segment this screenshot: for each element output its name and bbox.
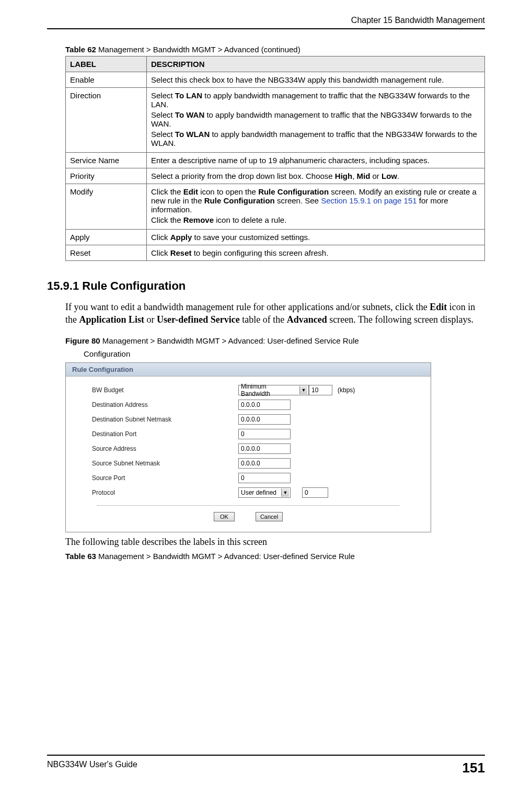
row-desc: Click Reset to begin configuring this sc… <box>147 245 485 261</box>
panel-buttons: OK Cancel <box>66 510 431 525</box>
text: Select <box>151 110 175 119</box>
dest-address-input[interactable] <box>238 400 291 410</box>
row-label: Reset <box>66 245 147 261</box>
text: If you want to edit a bandwidth manageme… <box>65 302 430 312</box>
text: icon to delete a rule. <box>214 215 286 224</box>
row-label: Priority <box>66 168 147 184</box>
row-label: Modify <box>66 184 147 230</box>
section-heading: 15.9.1 Rule Configuration <box>47 279 485 293</box>
bw-budget-label: BW Budget <box>92 386 238 394</box>
panel-title: Rule Configuration <box>66 363 431 377</box>
row-desc: Select To LAN to apply bandwidth managem… <box>147 88 485 153</box>
table63-text: Management > Bandwidth MGMT > Advanced: … <box>96 552 355 561</box>
row-src-address: Source Address <box>66 441 431 456</box>
ok-button[interactable]: OK <box>214 512 235 521</box>
page-number: 151 <box>462 760 485 776</box>
panel-divider <box>97 505 399 506</box>
rule-configuration-panel: Rule Configuration BW Budget Minimum Ban… <box>65 362 431 532</box>
text: or <box>144 314 157 325</box>
text: Click <box>151 248 170 257</box>
protocol-label: Protocol <box>92 489 238 496</box>
text-bold: Remove <box>183 215 214 224</box>
dest-address-label: Destination Address <box>92 401 238 408</box>
row-label: Direction <box>66 88 147 153</box>
table63-caption: Table 63 Management > Bandwidth MGMT > A… <box>65 551 485 562</box>
text: screen. See <box>275 196 321 205</box>
row-dest-mask: Destination Subnet Netmask <box>66 412 431 427</box>
text: screen. The following screen displays. <box>327 314 473 325</box>
after-figure-text: The following table describes the labels… <box>65 536 485 548</box>
table62-caption: Table 62 Management > Bandwidth MGMT > A… <box>65 45 485 54</box>
row-protocol: Protocol User defined ▼ <box>66 485 431 500</box>
table63-num: Table 63 <box>65 552 96 561</box>
cross-ref-link[interactable]: Section 15.9.1 on page 151 <box>321 196 417 205</box>
row-desc: Click Apply to save your customized sett… <box>147 230 485 245</box>
table-row: Service Name Enter a descriptive name of… <box>66 153 485 168</box>
bw-budget-input[interactable] <box>309 385 332 395</box>
text: table of the <box>240 314 287 325</box>
dest-port-input[interactable] <box>238 429 291 439</box>
text-bold: Mid <box>357 172 371 180</box>
text: to save your customized settings. <box>192 233 310 242</box>
table62-caption-num: Table 62 <box>65 45 96 54</box>
row-label: Enable <box>66 72 147 88</box>
cancel-button[interactable]: Cancel <box>256 512 283 521</box>
text-bold: To LAN <box>175 91 202 100</box>
chevron-down-icon: ▼ <box>299 386 307 394</box>
row-label: Apply <box>66 230 147 245</box>
text-bold: High <box>335 172 352 180</box>
table-row: Enable Select this check box to have the… <box>66 72 485 88</box>
src-mask-label: Source Subnet Netmask <box>92 460 238 467</box>
text: Click the <box>151 215 183 224</box>
text: Select <box>151 91 175 100</box>
row-desc: Enter a descriptive name of up to 19 alp… <box>147 153 485 168</box>
row-desc: Click the Edit icon to open the Rule Con… <box>147 184 485 230</box>
text: to begin configuring this screen afresh. <box>192 248 329 257</box>
text: Click <box>151 233 170 242</box>
bw-budget-select[interactable]: Minimum Bandwidth ▼ <box>238 385 309 395</box>
section-body: If you want to edit a bandwidth manageme… <box>65 301 485 326</box>
table62-caption-text: Management > Bandwidth MGMT > Advanced (… <box>96 45 300 54</box>
row-dest-port: Destination Port <box>66 427 431 441</box>
bw-budget-select-value: Minimum Bandwidth <box>241 383 297 397</box>
table-row: Priority Select a priority from the drop… <box>66 168 485 184</box>
protocol-select[interactable]: User defined ▼ <box>238 487 291 498</box>
row-desc: Select this check box to have the NBG334… <box>147 72 485 88</box>
footer-title: NBG334W User's Guide <box>47 760 137 776</box>
src-mask-input[interactable] <box>238 458 291 469</box>
text-bold: Advanced <box>287 314 327 325</box>
text-bold: Edit <box>183 187 198 196</box>
footer-rule <box>47 755 485 756</box>
text: or <box>370 172 381 180</box>
text: . <box>397 172 399 180</box>
table-row: Modify Click the Edit icon to open the R… <box>66 184 485 230</box>
chevron-down-icon: ▼ <box>281 488 289 497</box>
table62: LABEL DESCRIPTION Enable Select this che… <box>65 56 485 261</box>
row-src-port: Source Port <box>66 471 431 485</box>
text-bold: Rule Configuration <box>258 187 329 196</box>
src-port-input[interactable] <box>238 473 291 483</box>
row-src-mask: Source Subnet Netmask <box>66 456 431 471</box>
text: Click the <box>151 187 183 196</box>
row-desc: Select a priority from the drop down lis… <box>147 168 485 184</box>
src-address-input[interactable] <box>238 443 291 454</box>
protocol-number-input[interactable] <box>302 487 328 498</box>
text-bold: Edit <box>430 302 447 312</box>
chapter-header: Chapter 15 Bandwidth Management <box>47 16 485 25</box>
row-label: Service Name <box>66 153 147 168</box>
text-bold: To WLAN <box>175 130 210 139</box>
text-bold: Low <box>381 172 397 180</box>
figure80-num: Figure 80 <box>65 336 100 345</box>
dest-port-label: Destination Port <box>92 430 238 438</box>
table-row: Reset Click Reset to begin configuring t… <box>66 245 485 261</box>
dest-mask-input[interactable] <box>238 414 291 425</box>
table62-col-desc: DESCRIPTION <box>147 56 485 72</box>
text: , <box>352 172 356 180</box>
dest-mask-label: Destination Subnet Netmask <box>92 416 238 423</box>
row-dest-address: Destination Address <box>66 397 431 412</box>
text: icon to open the <box>198 187 258 196</box>
header-rule <box>47 28 485 29</box>
figure80-caption: Figure 80 Management > Bandwidth MGMT > … <box>65 336 485 346</box>
table-row: Direction Select To LAN to apply bandwid… <box>66 88 485 153</box>
text: Select a priority from the drop down lis… <box>151 172 335 180</box>
